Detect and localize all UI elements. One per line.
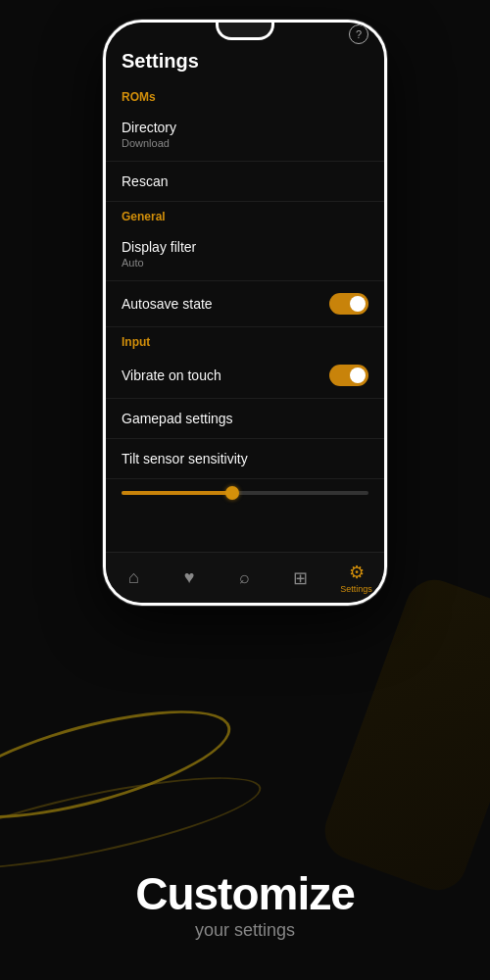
slider-tilt-fill: [122, 491, 232, 495]
toggle-autosave[interactable]: [329, 293, 368, 315]
bottom-nav: ⌂ ♥ ⌕ ⊞ ⚙ Settings: [106, 552, 384, 603]
setting-main-vibrate: Vibrate on touch: [122, 368, 221, 383]
settings-content[interactable]: ROMs Directory Download Rescan General: [106, 82, 384, 552]
phone-mockup: ? Settings ROMs Directory Download: [103, 20, 387, 608]
setting-main-tilt: Tilt sensor sensitivity: [122, 451, 248, 466]
setting-row-tilt: Tilt sensor sensitivity: [106, 439, 384, 479]
nav-item-search[interactable]: ⌕: [218, 553, 273, 603]
nav-item-gamepad[interactable]: ⊞: [272, 553, 328, 603]
nav-label-settings: Settings: [340, 584, 372, 594]
phone-screen: ? Settings ROMs Directory Download: [106, 23, 384, 603]
subline-text: your settings: [0, 920, 490, 941]
setting-row-rescan[interactable]: Rescan: [106, 162, 384, 202]
search-icon: ⌕: [239, 567, 250, 588]
setting-main-display-filter: Display filter: [122, 239, 196, 255]
section-label-general: General: [106, 202, 384, 227]
section-label-input: Input: [106, 327, 384, 353]
setting-main-rescan: Rescan: [122, 173, 168, 189]
gamepad-icon: ⊞: [293, 567, 308, 589]
toggle-knob-vibrate: [350, 368, 366, 383]
settings-icon: ⚙: [349, 562, 365, 583]
setting-main-gamepad: Gamepad settings: [122, 411, 233, 426]
nav-item-settings[interactable]: ⚙ Settings: [328, 553, 384, 603]
screen-title: Settings: [122, 50, 368, 73]
phone-notch: [216, 23, 274, 40]
setting-row-directory[interactable]: Directory Download: [106, 108, 384, 162]
screen-header: Settings: [106, 46, 384, 82]
help-icon[interactable]: ?: [349, 24, 368, 44]
setting-row-vibrate[interactable]: Vibrate on touch: [106, 353, 384, 399]
slider-tilt-thumb[interactable]: [225, 486, 239, 500]
nav-item-home[interactable]: ⌂: [106, 553, 162, 603]
phone-body: ? Settings ROMs Directory Download: [103, 20, 387, 606]
section-label-roms: ROMs: [106, 82, 384, 108]
slider-tilt-container[interactable]: [106, 479, 384, 511]
setting-main-directory: Directory: [122, 120, 176, 135]
bg-decoration-3: [317, 571, 490, 898]
setting-row-autosave[interactable]: Autosave state: [106, 281, 384, 327]
setting-sub-directory: Download: [122, 137, 176, 149]
heart-icon: ♥: [184, 567, 195, 588]
bottom-text-block: Customize your settings: [0, 871, 490, 941]
setting-row-gamepad[interactable]: Gamepad settings: [106, 399, 384, 439]
home-icon: ⌂: [128, 567, 139, 588]
toggle-knob-autosave: [350, 296, 366, 312]
setting-sub-display-filter: Auto: [122, 257, 196, 269]
setting-row-display-filter[interactable]: Display filter Auto: [106, 227, 384, 281]
setting-main-autosave: Autosave state: [122, 296, 213, 312]
headline-text: Customize: [0, 871, 490, 916]
toggle-vibrate[interactable]: [329, 365, 368, 386]
slider-tilt-track: [122, 491, 368, 495]
nav-item-favorites[interactable]: ♥: [162, 553, 218, 603]
